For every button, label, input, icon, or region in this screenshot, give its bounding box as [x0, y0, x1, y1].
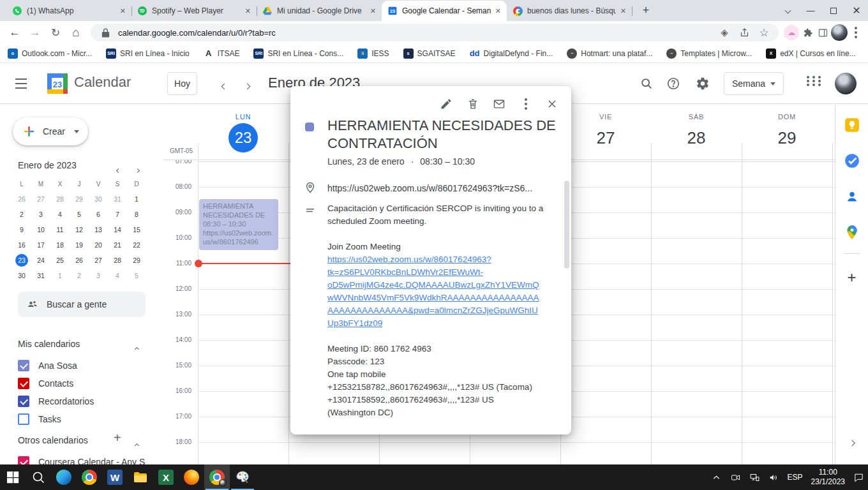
maps-icon[interactable] — [844, 224, 860, 241]
taskbar-edge-icon[interactable] — [51, 464, 77, 490]
event-location[interactable]: https://us02web.zoom.us/w/86017624963?tk… — [327, 183, 558, 193]
minical-day[interactable]: 30 — [12, 268, 31, 283]
taskbar-chrome-icon[interactable] — [77, 464, 102, 490]
tab-close-icon[interactable]: ✕ — [620, 7, 626, 15]
taskbar-excel-icon[interactable]: X — [153, 464, 179, 490]
tab-close-icon[interactable]: ✕ — [495, 7, 501, 15]
minical-day[interactable]: 20 — [89, 237, 108, 253]
today-button[interactable]: Hoy — [167, 72, 197, 95]
calendar-checkbox[interactable] — [18, 360, 29, 371]
minical-day[interactable]: 3 — [89, 268, 108, 283]
tasks-icon[interactable] — [844, 152, 860, 169]
delete-event-icon[interactable] — [463, 94, 483, 114]
share-icon[interactable] — [737, 26, 751, 40]
contacts-icon[interactable] — [844, 188, 860, 205]
bookmark-item[interactable]: iiIESS — [357, 48, 389, 59]
hide-panel-chevron-icon[interactable] — [849, 436, 854, 448]
volume-icon[interactable] — [768, 472, 779, 483]
minical-day[interactable]: 29 — [127, 253, 146, 268]
close-popup-icon[interactable] — [542, 94, 562, 114]
search-icon[interactable] — [639, 76, 654, 91]
bookmark-item[interactable]: oOutlook.com - Micr... — [8, 48, 92, 59]
other-calendars-collapse-icon[interactable] — [135, 438, 138, 450]
taskbar-word-icon[interactable]: W — [102, 464, 128, 490]
minical-day[interactable]: 4 — [108, 268, 127, 283]
minical-day[interactable]: 27 — [31, 191, 50, 207]
tab-close-icon[interactable]: ✕ — [245, 7, 251, 15]
browser-tab[interactable]: Mi unidad - Google Drive✕ — [257, 1, 382, 21]
edit-event-icon[interactable] — [436, 94, 456, 114]
day-header[interactable]: VIE27 — [560, 113, 651, 152]
browser-tab[interactable]: Spotify – Web Player✕ — [131, 1, 257, 21]
zoom-link-line[interactable]: tk=zS6PLV0RKbcBnLDWhVr2EfEWuWt- — [327, 266, 553, 279]
zoom-link-line[interactable]: wWVNnbW45VmF5Vk9WdkhRAAAAAAAAAAAAAAAA — [327, 292, 553, 304]
meet-now-icon[interactable] — [730, 472, 741, 483]
minical-day[interactable]: 30 — [89, 191, 108, 207]
calendar-list-item[interactable]: Ana Sosa — [0, 357, 163, 375]
action-center-icon[interactable] — [853, 472, 864, 483]
minical-day[interactable]: 31 — [108, 191, 127, 207]
minical-day[interactable]: 10 — [31, 222, 50, 237]
minical-day[interactable]: 31 — [31, 268, 50, 283]
keep-icon[interactable] — [844, 117, 860, 133]
minical-day[interactable]: 5 — [127, 268, 146, 283]
bookmark-item[interactable]: ~Hotmart: una plataf... — [567, 48, 652, 59]
clock[interactable]: 11:00 23/1/2023 — [811, 468, 845, 487]
bookmark-item[interactable]: XedX | Cursos en líne... — [766, 48, 856, 59]
taskbar-paint-icon[interactable] — [230, 464, 255, 490]
bookmark-item[interactable]: ~Templates | Microw... — [666, 48, 752, 59]
taskbar-start-icon[interactable] — [0, 464, 26, 490]
calendar-list-item[interactable]: Coursera Calendar - Any S — [0, 453, 163, 464]
minical-day[interactable]: 13 — [89, 222, 108, 237]
prev-week-icon[interactable] — [222, 80, 227, 91]
calendar-list-item[interactable]: Tasks — [0, 410, 163, 428]
reload-icon[interactable]: ↻ — [46, 23, 65, 42]
google-apps-icon[interactable] — [807, 76, 823, 86]
privacy-icon[interactable]: ◈ — [717, 26, 731, 40]
minical-day[interactable]: 9 — [12, 222, 31, 237]
minical-day[interactable]: 26 — [70, 253, 89, 268]
calendar-list-item[interactable]: Recordatorios — [0, 392, 163, 410]
tab-search-chevron-icon[interactable] — [776, 0, 799, 21]
tab-close-icon[interactable]: ✕ — [370, 7, 376, 15]
main-menu-icon[interactable] — [15, 78, 27, 89]
day-header[interactable]: SÁB28 — [651, 113, 742, 152]
my-calendars-collapse-icon[interactable] — [135, 342, 138, 353]
maximize-button[interactable] — [822, 0, 845, 21]
minical-day[interactable]: 2 — [70, 268, 89, 283]
back-icon[interactable]: ← — [5, 23, 24, 42]
popup-scrollbar[interactable] — [564, 181, 569, 269]
close-button[interactable]: ✕ — [845, 0, 868, 21]
calendar-list-item[interactable]: Contacts — [0, 375, 163, 392]
bookmark-item[interactable]: sSGAITSAE — [403, 48, 456, 59]
minical-day[interactable]: 1 — [127, 191, 146, 207]
minical-day[interactable]: 12 — [70, 222, 89, 237]
minical-day[interactable]: 16 — [12, 237, 31, 253]
bookmark-star-icon[interactable]: ☆ — [757, 26, 771, 40]
weather-extension-icon[interactable]: ☁ — [784, 25, 799, 40]
browser-menu-kebab-icon[interactable] — [849, 26, 863, 40]
search-people-field[interactable]: Buscar a gente — [18, 292, 146, 317]
calendar-checkbox[interactable] — [18, 396, 29, 407]
minical-day[interactable]: 7 — [108, 207, 127, 222]
zoom-link-line[interactable]: https://us02web.zoom.us/w/86017624963? — [327, 253, 553, 266]
minical-day[interactable]: 5 — [70, 207, 89, 222]
calendar-checkbox[interactable] — [18, 456, 29, 464]
taskbar-search-icon[interactable] — [26, 464, 51, 490]
taskbar-explorer-icon[interactable] — [128, 464, 153, 490]
help-icon[interactable] — [666, 76, 681, 91]
minical-day[interactable]: 3 — [31, 207, 50, 222]
bookmark-item[interactable]: SRISRI en Línea - Inicio — [106, 48, 190, 59]
event-chip[interactable]: HERRAMIENTA NECESIDADES DE 08:30 – 10:30… — [199, 199, 278, 250]
extensions-puzzle-icon[interactable] — [800, 26, 814, 40]
minical-next-icon[interactable] — [136, 163, 139, 175]
network-icon[interactable] — [749, 472, 760, 483]
minical-day[interactable]: 28 — [50, 191, 70, 207]
minical-day[interactable]: 14 — [108, 222, 127, 237]
minical-day[interactable]: 11 — [50, 222, 70, 237]
minical-day[interactable]: 2 — [12, 207, 31, 222]
address-bar[interactable]: calendar.google.com/calendar/u/0/r?tab=r… — [91, 24, 779, 41]
get-add-ons-icon[interactable]: + — [847, 269, 856, 286]
side-panel-icon[interactable] — [816, 26, 830, 40]
day-header[interactable]: DOM29 — [742, 113, 832, 152]
